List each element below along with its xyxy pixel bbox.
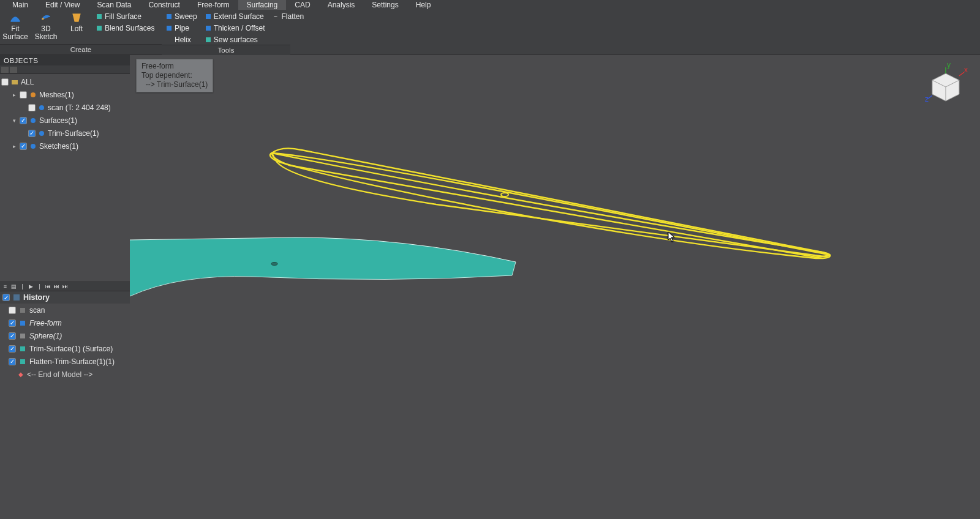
pipe-icon xyxy=(167,26,172,31)
flatten-icon: ~ xyxy=(274,14,279,19)
menu-item-free-form[interactable]: Free-form xyxy=(189,0,238,10)
thicken-icon xyxy=(206,26,211,31)
tree-label: Meshes(1) xyxy=(39,91,74,99)
svg-rect-1 xyxy=(12,80,18,84)
loft-icon xyxy=(70,12,83,24)
svg-text:z: z xyxy=(925,95,929,103)
checkbox[interactable] xyxy=(20,91,27,99)
tree-item[interactable]: ▸Meshes(1) xyxy=(0,88,130,101)
checkbox[interactable] xyxy=(9,307,16,314)
3d-sketch-button[interactable]: 3D Sketch xyxy=(31,10,61,41)
helix-icon xyxy=(167,37,172,42)
blend-surfaces-button[interactable]: Blend Surfaces xyxy=(97,23,154,33)
tree-item[interactable]: ▾Surfaces(1) xyxy=(0,114,130,127)
fit-surface-icon xyxy=(9,12,22,24)
menu-item-scan-data[interactable]: Scan Data xyxy=(89,0,140,10)
checkbox[interactable] xyxy=(28,104,36,111)
expand-toggle[interactable]: ▾ xyxy=(11,118,17,124)
expand-toggle[interactable]: ▸ xyxy=(11,92,17,98)
history-label: Flatten-Trim-Surface(1)(1) xyxy=(29,357,115,366)
sweep-button[interactable]: Sweep xyxy=(167,11,197,21)
tree-label: Trim-Surface(1) xyxy=(48,129,99,138)
menu-item-main[interactable]: Main xyxy=(4,0,37,10)
svg-rect-9 xyxy=(20,321,25,326)
history-item[interactable]: Sphere(1) xyxy=(0,329,130,342)
item-icon xyxy=(19,332,26,340)
checkbox[interactable] xyxy=(28,130,36,137)
objects-toolbar[interactable] xyxy=(0,65,130,74)
tree-item[interactable]: scan (T: 2 404 248) xyxy=(0,101,130,114)
fill-surface-icon xyxy=(97,14,102,19)
expand-toggle[interactable]: ▸ xyxy=(11,143,17,149)
loft-label: Loft xyxy=(70,25,83,33)
viewport-3d[interactable]: Free-form Top dependent: --> Trim-Surfac… xyxy=(130,55,980,519)
trim-surface-geometry[interactable] xyxy=(130,55,980,519)
helix-button[interactable]: Helix xyxy=(167,34,197,45)
menu-bar: MainEdit / ViewScan DataConstructFree-fo… xyxy=(0,0,980,10)
history-header[interactable]: History xyxy=(0,291,130,304)
sew-icon xyxy=(206,37,211,42)
history-item[interactable]: Trim-Surface(1) (Surface) xyxy=(0,342,130,355)
tools-col-1: Sweep Pipe Helix xyxy=(162,10,201,45)
blend-surfaces-icon xyxy=(97,26,102,31)
history-title: History xyxy=(23,293,50,302)
checkbox[interactable] xyxy=(9,345,16,353)
item-icon xyxy=(19,307,26,314)
tree-label: scan (T: 2 404 248) xyxy=(48,103,111,112)
history-item[interactable]: Flatten-Trim-Surface(1)(1) xyxy=(0,355,130,368)
item-icon xyxy=(29,117,37,124)
menu-item-construct[interactable]: Construct xyxy=(140,0,189,10)
svg-point-4 xyxy=(31,118,36,123)
folder-icon xyxy=(11,78,18,86)
history-item[interactable]: Free-form xyxy=(0,316,130,329)
tree-item[interactable]: Trim-Surface(1) xyxy=(0,127,130,140)
history-end-marker: ◆ <-- End of Model --> xyxy=(0,368,130,381)
checkbox[interactable] xyxy=(9,319,16,327)
item-icon xyxy=(29,91,37,99)
item-icon xyxy=(38,130,45,137)
checkbox[interactable] xyxy=(20,143,27,150)
svg-point-0 xyxy=(42,18,43,20)
svg-rect-10 xyxy=(20,334,25,338)
menu-item-edit-view[interactable]: Edit / View xyxy=(37,0,88,10)
menu-item-cad[interactable]: CAD xyxy=(286,0,318,10)
history-label: Trim-Surface(1) (Surface) xyxy=(29,345,113,353)
navigation-cube[interactable]: x y z xyxy=(929,70,963,104)
loft-button[interactable]: Loft xyxy=(61,10,92,33)
svg-rect-11 xyxy=(20,346,25,351)
fit-surface-label: Fit Surface xyxy=(2,25,28,41)
svg-text:x: x xyxy=(964,65,968,74)
ribbon-group-label-tools: Tools xyxy=(162,45,290,55)
checkbox[interactable] xyxy=(2,294,10,301)
pipe-button[interactable]: Pipe xyxy=(167,23,197,33)
svg-point-5 xyxy=(39,131,44,136)
menu-item-help[interactable]: Help xyxy=(407,0,440,10)
item-icon xyxy=(38,104,45,111)
history-label: scan xyxy=(29,306,45,315)
history-toolbar[interactable]: ≡▤|▶|⏮⏭⏭ xyxy=(0,282,130,291)
objects-header: OBJECTS xyxy=(0,55,130,65)
sew-surfaces-button[interactable]: Sew surfaces xyxy=(206,34,265,45)
svg-point-3 xyxy=(39,105,44,110)
ribbon-group-tools: Sweep Pipe Helix Extend Surface Thicken … xyxy=(162,10,290,54)
tree-item[interactable]: ▸Sketches(1) xyxy=(0,140,130,152)
fill-surface-button[interactable]: Fill Surface xyxy=(97,11,154,21)
svg-point-2 xyxy=(31,92,36,97)
checkbox[interactable] xyxy=(1,78,9,86)
extend-surface-button[interactable]: Extend Surface xyxy=(206,11,265,21)
thicken-offset-button[interactable]: Thicken / Offset xyxy=(206,23,265,33)
tree-label: ALL xyxy=(21,78,34,86)
tree-root-all[interactable]: ALL xyxy=(0,75,130,88)
fit-surface-button[interactable]: Fit Surface xyxy=(0,10,31,41)
sweep-icon xyxy=(167,14,172,19)
svg-point-6 xyxy=(31,144,36,149)
menu-item-analysis[interactable]: Analysis xyxy=(319,0,364,10)
menu-item-settings[interactable]: Settings xyxy=(363,0,407,10)
history-item[interactable]: scan xyxy=(0,304,130,316)
checkbox[interactable] xyxy=(9,358,16,365)
flatten-button[interactable]: ~Flatten xyxy=(274,11,304,21)
checkbox[interactable] xyxy=(9,332,16,340)
ribbon-group-create: Fit Surface 3D Sketch Loft Fill Surface … xyxy=(0,10,162,54)
menu-item-surfacing[interactable]: Surfacing xyxy=(238,0,287,10)
checkbox[interactable] xyxy=(20,117,27,124)
